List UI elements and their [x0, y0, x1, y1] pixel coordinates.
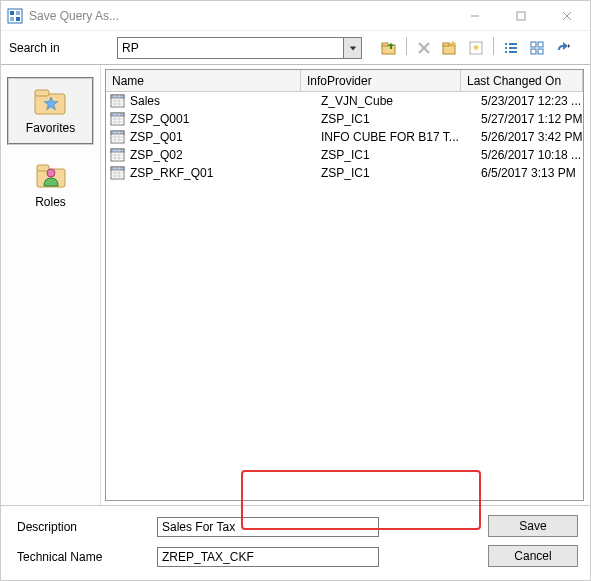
favorites-folder-icon	[33, 85, 69, 117]
svg-rect-21	[505, 51, 507, 53]
cell-name: ZSP_RKF_Q01	[130, 166, 321, 180]
form-area: Description Technical Name Save Cancel	[1, 505, 590, 578]
cell-name: ZSP_Q01	[130, 130, 321, 144]
svg-rect-22	[509, 51, 517, 53]
svg-rect-26	[538, 49, 543, 54]
file-list: Name InfoProvider Last Changed On SalesZ…	[105, 69, 584, 501]
search-in-value: RP	[122, 41, 139, 55]
cell-date: 5/27/2017 1:12 PM	[481, 112, 583, 126]
cell-name: ZSP_Q02	[130, 148, 321, 162]
cell-date: 6/5/2017 3:13 PM	[481, 166, 583, 180]
svg-rect-19	[505, 47, 507, 49]
title-bar: Save Query As...	[1, 1, 590, 31]
query-icon	[110, 111, 126, 127]
col-name[interactable]: Name	[106, 70, 301, 91]
search-in-combo[interactable]: RP	[117, 37, 362, 59]
table-row[interactable]: ZSP_RKF_Q01ZSP_IC16/5/2017 3:13 PM	[106, 164, 583, 182]
cell-info: Z_VJN_Cube	[321, 94, 481, 108]
favorites-icon[interactable]	[465, 37, 487, 59]
col-infoprovider[interactable]: InfoProvider	[301, 70, 461, 91]
svg-rect-6	[517, 12, 525, 20]
svg-marker-27	[568, 44, 570, 48]
tools-icon[interactable]	[552, 37, 574, 59]
svg-rect-25	[531, 49, 536, 54]
description-label: Description	[17, 520, 157, 534]
col-lastchanged[interactable]: Last Changed On	[461, 70, 583, 91]
svg-rect-24	[538, 42, 543, 47]
table-row[interactable]: ZSP_Q02ZSP_IC15/26/2017 10:18 ...	[106, 146, 583, 164]
technical-name-label: Technical Name	[17, 550, 157, 564]
maximize-button[interactable]	[498, 1, 544, 31]
svg-rect-3	[10, 17, 14, 21]
chevron-down-icon[interactable]	[343, 38, 361, 58]
sidebar: Favorites Roles	[1, 65, 101, 505]
cell-info: ZSP_IC1	[321, 166, 481, 180]
cell-info: ZSP_IC1	[321, 112, 481, 126]
svg-point-32	[47, 169, 55, 177]
folder-up-icon[interactable]	[378, 37, 400, 59]
svg-rect-29	[35, 90, 49, 96]
minimize-button[interactable]	[452, 1, 498, 31]
roles-icon	[33, 159, 69, 191]
svg-rect-17	[505, 43, 507, 45]
svg-rect-15	[443, 43, 449, 46]
cell-date: 5/26/2017 3:42 PM	[481, 130, 583, 144]
query-icon	[110, 93, 126, 109]
separator	[493, 37, 494, 55]
cell-info: ZSP_IC1	[321, 148, 481, 162]
svg-rect-40	[111, 113, 124, 116]
query-icon	[110, 165, 126, 181]
description-input[interactable]	[157, 517, 379, 537]
window-title: Save Query As...	[29, 9, 452, 23]
separator	[406, 37, 407, 55]
list-view-icon[interactable]	[500, 37, 522, 59]
svg-rect-4	[16, 17, 20, 21]
sidebar-item-favorites[interactable]: Favorites	[7, 77, 94, 145]
app-icon	[7, 8, 23, 24]
delete-icon[interactable]	[413, 37, 435, 59]
query-icon	[110, 129, 126, 145]
query-icon	[110, 147, 126, 163]
new-folder-icon[interactable]	[439, 37, 461, 59]
dialog-body: Favorites Roles Name InfoProvider Last C…	[1, 65, 590, 505]
toolbar: Search in RP	[1, 31, 590, 65]
sidebar-item-roles[interactable]: Roles	[1, 153, 100, 221]
svg-rect-46	[111, 131, 124, 134]
svg-rect-18	[509, 43, 517, 45]
sidebar-item-label: Favorites	[26, 121, 75, 135]
details-view-icon[interactable]	[526, 37, 548, 59]
column-headers: Name InfoProvider Last Changed On	[106, 70, 583, 92]
svg-rect-2	[16, 11, 20, 15]
technical-name-input[interactable]	[157, 547, 379, 567]
svg-rect-23	[531, 42, 536, 47]
svg-rect-11	[382, 43, 388, 46]
svg-rect-34	[111, 95, 124, 98]
cancel-button[interactable]: Cancel	[488, 545, 578, 567]
svg-rect-31	[37, 165, 49, 171]
cell-name: Sales	[130, 94, 321, 108]
table-row[interactable]: ZSP_Q001ZSP_IC15/27/2017 1:12 PM	[106, 110, 583, 128]
cell-date: 5/26/2017 10:18 ...	[481, 148, 583, 162]
svg-rect-1	[10, 11, 14, 15]
svg-marker-9	[349, 46, 355, 50]
svg-rect-20	[509, 47, 517, 49]
svg-rect-52	[111, 149, 124, 152]
cell-date: 5/23/2017 12:23 ...	[481, 94, 583, 108]
sidebar-item-label: Roles	[35, 195, 66, 209]
table-row[interactable]: ZSP_Q01INFO CUBE FOR B17 T...5/26/2017 3…	[106, 128, 583, 146]
save-button[interactable]: Save	[488, 515, 578, 537]
svg-rect-58	[111, 167, 124, 170]
cell-name: ZSP_Q001	[130, 112, 321, 126]
cell-info: INFO CUBE FOR B17 T...	[321, 130, 481, 144]
close-button[interactable]	[544, 1, 590, 31]
search-in-label: Search in	[9, 41, 109, 55]
table-row[interactable]: SalesZ_VJN_Cube5/23/2017 12:23 ...	[106, 92, 583, 110]
